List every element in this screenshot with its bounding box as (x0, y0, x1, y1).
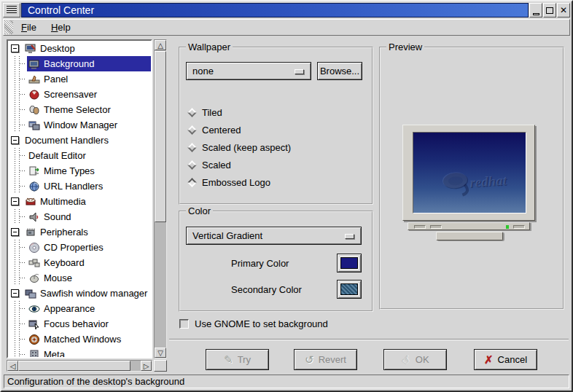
category-tree: DesktopBackgroundPanelScreensaverTheme S… (7, 39, 152, 358)
focus-behavior-icon (28, 318, 40, 330)
wallpaper-select[interactable]: none (186, 62, 311, 80)
tree-item-label: Mouse (44, 273, 72, 283)
ok-hand-icon: ☞ (399, 353, 413, 367)
tree-item-theme-selector[interactable]: Theme Selector (8, 102, 151, 117)
tree-item-appearance[interactable]: Appearance (8, 301, 151, 316)
wallpaper-frame-legend: Wallpaper (186, 42, 233, 52)
radio-diamond-icon[interactable] (187, 178, 197, 187)
tree-item-matched-windows[interactable]: Matched Windows (8, 332, 151, 347)
minimize-button[interactable] (529, 3, 542, 17)
gradient-select[interactable]: Vertical Gradient (186, 227, 362, 245)
tree-item-label: Default Editor (28, 150, 86, 161)
radio-scaled-keep-aspect-[interactable]: Scaled (keep aspect) (187, 138, 291, 156)
radio-diamond-icon[interactable] (187, 125, 197, 135)
tree-expander-icon[interactable] (11, 228, 19, 236)
browse-button[interactable]: Browse... (317, 62, 362, 80)
tree-item-url-handlers[interactable]: URL Handlers (8, 179, 151, 194)
tree-item-focus-behavior[interactable]: Focus behavior (8, 316, 151, 332)
title-area[interactable]: Control Center (21, 3, 529, 17)
close-button[interactable]: ✕ (557, 3, 570, 17)
try-button[interactable]: ✎Try (206, 349, 269, 370)
tree-item-label: Keyboard (44, 257, 85, 268)
maximize-icon (546, 7, 553, 14)
tree-line (15, 255, 27, 270)
tree-item-sawfish-window-manager[interactable]: Sawfish window manager (8, 286, 151, 301)
titlebar[interactable]: Control Center ✕ (3, 3, 570, 17)
tree-line (8, 56, 15, 71)
tree-expander-icon[interactable] (11, 136, 19, 144)
embossed-redhat-logo: redhat redhat (437, 163, 523, 197)
tree-horizontal-scrollbar[interactable]: ◁ ▷ (7, 360, 152, 372)
use-gnome-checkbox-label: Use GNOME to set background (195, 318, 328, 329)
background-icon (28, 58, 40, 70)
tree-item-panel[interactable]: Panel (8, 71, 151, 87)
tree-line (8, 148, 15, 163)
tree-item-default-editor[interactable]: Default Editor (8, 148, 151, 163)
menu-item-file[interactable]: File (14, 20, 44, 35)
gradient-select-value: Vertical Gradient (192, 230, 262, 241)
revert-button[interactable]: ↺Revert (294, 349, 357, 370)
tree-item-background[interactable]: Background (8, 56, 151, 71)
tree-item-meta[interactable]: Meta (8, 347, 151, 358)
tree-expander-icon[interactable] (11, 44, 19, 52)
tree-item-label: Matched Windows (44, 334, 121, 345)
tree-item-label: Appearance (44, 303, 95, 314)
scroll-right-arrow-icon[interactable]: ▷ (141, 361, 152, 371)
horizontal-scroll-thumb[interactable] (18, 361, 130, 371)
radio-embossed-logo[interactable]: Embossed Logo (187, 173, 291, 191)
tree-item-mime-types[interactable]: Mime Types (8, 163, 151, 179)
tree-item-screensaver[interactable]: Screensaver (8, 87, 151, 102)
tree-item-desktop[interactable]: Desktop (8, 41, 151, 56)
radio-scaled[interactable]: Scaled (187, 156, 291, 173)
scrollbar-corner (154, 360, 167, 372)
tree-item-window-manager[interactable]: Window Manager (8, 117, 151, 133)
radio-diamond-icon[interactable] (187, 160, 197, 170)
tree-item-keyboard[interactable]: Keyboard (8, 255, 151, 270)
menubar-drag-grip[interactable] (4, 20, 13, 34)
tree-item-label: Sound (44, 211, 71, 222)
tree-item-sound[interactable]: Sound (8, 209, 151, 224)
tree-expander-icon[interactable] (11, 289, 19, 297)
menu-item-help[interactable]: Help (44, 20, 78, 35)
radio-diamond-icon[interactable] (187, 108, 197, 117)
mouse-icon (28, 273, 40, 284)
radio-diamond-icon[interactable] (187, 143, 197, 152)
screensaver-icon (28, 89, 40, 101)
primary-color-button[interactable] (337, 254, 362, 273)
option-menu-indicator-icon (345, 234, 354, 239)
radio-tiled[interactable]: Tiled (187, 103, 291, 121)
keyboard-icon (28, 257, 40, 269)
tree-line (15, 102, 27, 117)
tree-line (15, 347, 27, 358)
secondary-color-button[interactable] (337, 280, 362, 299)
tree-item-mouse[interactable]: Mouse (8, 270, 151, 286)
scroll-left-arrow-icon[interactable]: ◁ (7, 361, 18, 371)
tree-item-label: CD Properties (44, 242, 104, 253)
tree-item-peripherals[interactable]: Peripherals (8, 224, 151, 240)
vertical-scroll-thumb[interactable] (155, 51, 166, 222)
tree-expander-icon[interactable] (11, 197, 19, 205)
svg-text:redhat: redhat (469, 172, 507, 190)
revert-icon: ↺ (305, 354, 314, 365)
browse-button-label: Browse... (320, 66, 359, 77)
use-gnome-checkbox-row: Use GNOME to set background (179, 318, 328, 329)
cd-properties-icon (28, 242, 40, 254)
status-text: Configuration of the desktop's backgroun… (7, 376, 184, 387)
use-gnome-checkbox[interactable] (179, 319, 189, 329)
sawfish-icon (25, 288, 36, 299)
tree-line (15, 87, 27, 102)
tree-vertical-scrollbar[interactable]: △ ▽ (154, 39, 167, 358)
tree-item-multimedia[interactable]: Multimedia (8, 194, 151, 209)
cancel-button[interactable]: ✗Cancel (474, 349, 537, 370)
tree-item-cd-properties[interactable]: CD Properties (8, 240, 151, 255)
ok-button[interactable]: ☞OK (383, 349, 447, 370)
window-title: Control Center (28, 4, 94, 16)
pencil-icon: ✎ (224, 354, 233, 365)
tree-line (15, 71, 27, 87)
radio-centered[interactable]: Centered (187, 121, 291, 138)
window-menu-button[interactable] (3, 3, 20, 17)
scroll-down-arrow-icon[interactable]: ▽ (155, 348, 166, 358)
tree-item-document-handlers[interactable]: Document Handlers (8, 133, 151, 148)
scroll-up-arrow-icon[interactable]: △ (155, 40, 166, 50)
maximize-button[interactable] (543, 3, 556, 17)
